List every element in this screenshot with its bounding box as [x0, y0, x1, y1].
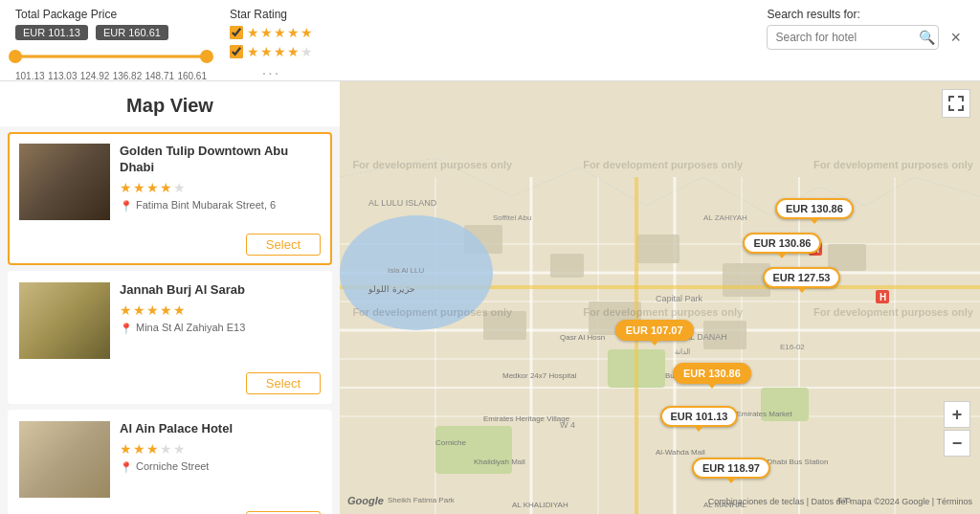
svg-text:AL ZAHIYAH: AL ZAHIYAH: [703, 213, 747, 222]
svg-text:Medkor 24x7 Hospital: Medkor 24x7 Hospital: [502, 371, 577, 380]
map-zoom-controls: + −: [944, 401, 970, 457]
star-rating-filter-section: Star Rating ★ ★ ★ ★ ★ ★ ★ ★ ★ ★ ···: [230, 8, 313, 82]
google-logo: Google: [347, 495, 384, 506]
star: ★: [120, 180, 132, 195]
star: ★: [173, 180, 186, 195]
hotel-info-hotel2: Jannah Burj Al Sarab ★★★★★ 📍 Mina St Al …: [120, 282, 321, 359]
map-area[interactable]: AL LULU ISLAND Isla Al LLU حزيرة اللولو …: [340, 81, 980, 514]
price-marker-pm3[interactable]: EUR 127.53: [763, 267, 841, 288]
select-row: Select: [10, 507, 330, 514]
search-input[interactable]: [775, 31, 919, 44]
price-marker-pm2[interactable]: EUR 130.86: [743, 233, 821, 254]
hotel-address-hotel1: 📍 Fatima Bint Mubarak Street, 6: [120, 199, 321, 212]
svg-rect-22: [636, 235, 679, 263]
star-icon-4: ★: [287, 25, 300, 40]
map-footer: Combinaciones de teclas | Datos del mapa…: [708, 497, 972, 506]
hotel-image-hotel3: [19, 421, 110, 498]
price-marker-pm6[interactable]: EUR 101.13: [660, 406, 739, 427]
star: ★: [120, 302, 132, 318]
price-marker-pm4[interactable]: EUR 107.07: [615, 320, 694, 341]
select-button-hotel1[interactable]: Select: [246, 234, 321, 256]
zoom-in-button[interactable]: +: [944, 401, 970, 428]
svg-text:Isla Al LLU: Isla Al LLU: [388, 266, 424, 275]
slider-label-3: 136.82: [113, 71, 143, 81]
location-pin-icon: 📍: [120, 200, 133, 212]
slider-thumb-right[interactable]: [200, 50, 213, 63]
price-marker-pm7[interactable]: EUR 118.97: [692, 458, 770, 479]
svg-rect-21: [550, 254, 584, 278]
star: ★: [133, 441, 145, 457]
hotel-card-inner: Golden Tulip Downtown Abu Dhabi ★★★★★ 📍 …: [10, 134, 330, 230]
star: ★: [133, 302, 145, 318]
hotel-info-hotel1: Golden Tulip Downtown Abu Dhabi ★★★★★ 📍 …: [120, 144, 321, 220]
price-filter-label: Total Package Price: [15, 8, 207, 21]
price-marker-pm1[interactable]: EUR 130.86: [775, 198, 854, 219]
price-slider[interactable]: [15, 48, 207, 65]
svg-text:Khalidiyah Mall: Khalidiyah Mall: [474, 458, 525, 466]
svg-text:AL LULU ISLAND: AL LULU ISLAND: [368, 198, 437, 208]
star-icon-2: ★: [260, 25, 273, 40]
slider-label-2: 124.92: [80, 71, 110, 81]
star-5-checkbox[interactable]: [230, 26, 243, 39]
svg-text:Al-Wahda Mall: Al-Wahda Mall: [656, 448, 705, 457]
svg-text:Emirates Heritage Village: Emirates Heritage Village: [483, 414, 570, 423]
panel-title: Map View: [0, 81, 340, 126]
price-range-badges: EUR 101.13 EUR 160.61: [15, 25, 207, 40]
star-icon-3: ★: [274, 25, 286, 40]
svg-text:AL KHALIDIYAH: AL KHALIDIYAH: [512, 501, 568, 509]
star-icon-a5: ★: [301, 44, 313, 59]
star: ★: [160, 180, 172, 195]
price-min-badge: EUR 101.13: [15, 25, 88, 40]
map-footer-text: Combinaciones de teclas | Datos del mapa…: [708, 497, 972, 506]
star: ★: [120, 441, 132, 457]
slider-thumb-left[interactable]: [9, 50, 22, 63]
star-row-4: ★ ★ ★ ★ ★: [230, 44, 313, 59]
star: ★: [146, 302, 159, 318]
slider-label-0: 101.13: [15, 71, 45, 81]
star: ★: [160, 302, 172, 318]
hotel-name-hotel1: Golden Tulip Downtown Abu Dhabi: [120, 144, 321, 176]
hotel-card-hotel1[interactable]: Golden Tulip Downtown Abu Dhabi ★★★★★ 📍 …: [8, 132, 332, 265]
map-svg: AL LULU ISLAND Isla Al LLU حزيرة اللولو …: [340, 81, 980, 514]
hotel-card-inner: Jannah Burj Al Sarab ★★★★★ 📍 Mina St Al …: [10, 273, 330, 369]
search-section: Search results for: 🔍 ×: [767, 8, 965, 50]
star: ★: [146, 180, 159, 195]
close-button[interactable]: ×: [947, 28, 965, 48]
price-filter-section: Total Package Price EUR 101.13 EUR 160.6…: [15, 8, 207, 81]
slider-fill: [15, 56, 207, 58]
select-button-hotel2[interactable]: Select: [246, 372, 321, 394]
stars-4-display: ★ ★ ★ ★ ★: [247, 44, 313, 59]
search-icon: 🔍: [919, 30, 935, 45]
svg-text:Corniche: Corniche: [435, 438, 467, 447]
left-panel: Map View Golden Tulip Downtown Abu Dhabi…: [0, 81, 340, 514]
hotel-address-hotel2: 📍 Mina St Al Zahiyah E13: [120, 322, 321, 335]
main-content: Map View Golden Tulip Downtown Abu Dhabi…: [0, 81, 980, 514]
location-pin-icon: 📍: [120, 323, 133, 335]
hotel-address-text: Fatima Bint Mubarak Street, 6: [136, 199, 276, 211]
svg-text:Qasr Al Hosn: Qasr Al Hosn: [560, 333, 605, 342]
hotel-card-hotel3[interactable]: Al Ain Palace Hotel ★★★★★ 📍 Corniche Str…: [8, 410, 332, 514]
price-max-badge: EUR 160.61: [96, 25, 168, 40]
location-pin-icon: 📍: [120, 461, 133, 474]
more-dots: ···: [230, 65, 313, 82]
hotel-list: Golden Tulip Downtown Abu Dhabi ★★★★★ 📍 …: [0, 126, 340, 514]
svg-text:Capital Park: Capital Park: [656, 294, 703, 303]
svg-text:H: H: [880, 292, 886, 302]
price-marker-pm5[interactable]: EUR 130.86: [673, 363, 751, 384]
search-results-label: Search results for:: [767, 8, 965, 21]
star-icon-5: ★: [301, 25, 313, 40]
star-4-checkbox[interactable]: [230, 45, 243, 58]
hotel-card-hotel2[interactable]: Jannah Burj Al Sarab ★★★★★ 📍 Mina St Al …: [8, 271, 332, 404]
star: ★: [173, 441, 186, 457]
hotel-info-hotel3: Al Ain Palace Hotel ★★★★★ 📍 Corniche Str…: [120, 421, 321, 498]
slider-labels: 101.13 113.03 124.92 136.82 148.71 160.6…: [15, 71, 207, 81]
fullscreen-button[interactable]: [942, 89, 970, 118]
zoom-out-button[interactable]: −: [944, 430, 970, 457]
svg-text:الدانة: الدانة: [675, 347, 690, 356]
stars-5-display: ★ ★ ★ ★ ★: [247, 25, 313, 40]
svg-rect-19: [435, 426, 512, 474]
search-box[interactable]: 🔍: [767, 25, 939, 50]
svg-text:E16-02: E16-02: [780, 343, 805, 351]
hotel-image-hotel2: [19, 282, 110, 359]
hotel-stars-hotel3: ★★★★★: [120, 441, 321, 457]
